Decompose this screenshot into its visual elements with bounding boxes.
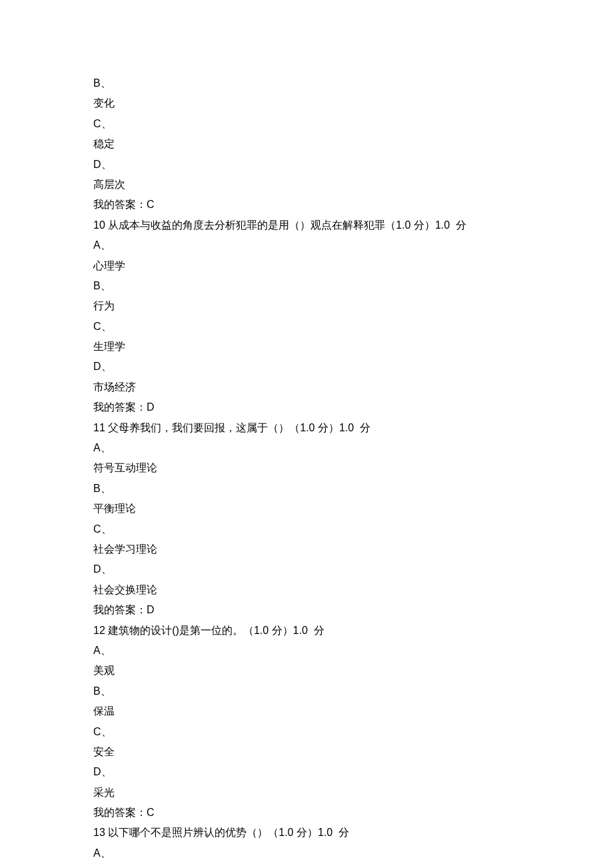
text-line: 市场经济 xyxy=(93,377,520,397)
text-segment: 分 xyxy=(338,827,349,838)
text-segment: 1.0 xyxy=(396,219,414,231)
text-segment: 12 xyxy=(93,625,108,636)
text-segment: C xyxy=(147,199,155,210)
text-line: 行为 xyxy=(93,296,520,316)
text-line: D、 xyxy=(93,155,520,175)
text-segment: 10 xyxy=(93,219,108,231)
text-line: 符号互动理论 xyxy=(93,458,520,478)
text-segment: 分 xyxy=(456,219,466,231)
text-segment: 分） xyxy=(414,219,435,231)
text-line: B、 xyxy=(93,479,520,499)
text-segment: 1.0 xyxy=(300,422,318,433)
text-line: 我的答案：D xyxy=(93,397,520,417)
text-line: 社会交换理论 xyxy=(93,580,520,600)
text-segment: 我的答案： xyxy=(93,807,147,818)
text-segment: 从成本与收益的角度去分析犯罪的是用（）观点在解释犯罪（ xyxy=(108,219,396,231)
text-line: D、 xyxy=(93,357,520,377)
text-line: 我的答案：C xyxy=(93,195,520,215)
text-line: 简单易行 xyxy=(93,863,520,868)
text-line: 保温 xyxy=(93,701,520,721)
text-line: A、 xyxy=(93,438,520,458)
text-segment: 1.0 xyxy=(254,625,272,636)
text-segment: D xyxy=(147,604,155,615)
text-line: 采光 xyxy=(93,783,520,803)
text-line: C、 xyxy=(93,519,520,539)
text-segment: 分） xyxy=(318,422,339,433)
text-segment: 我的答案： xyxy=(93,199,147,210)
text-segment: 1.0 xyxy=(339,422,360,433)
text-segment: 分 xyxy=(314,625,324,636)
text-line: B、 xyxy=(93,276,520,296)
text-line: A、 xyxy=(93,843,520,863)
text-line: 稳定 xyxy=(93,134,520,154)
text-segment: 是第一位的。（ xyxy=(179,625,254,636)
text-line: B、 xyxy=(93,73,520,93)
text-segment: 分） xyxy=(272,625,293,636)
text-segment: 1.0 xyxy=(435,219,456,231)
text-line: 我的答案：D xyxy=(93,600,520,620)
text-line: D、 xyxy=(93,559,520,579)
text-line: 安全 xyxy=(93,742,520,762)
text-line: D、 xyxy=(93,762,520,782)
text-line: 我的答案：C xyxy=(93,803,520,823)
text-segment: C xyxy=(147,807,155,818)
text-line: A、 xyxy=(93,641,520,661)
text-line: C、 xyxy=(93,114,520,134)
text-line: A、 xyxy=(93,235,520,255)
text-segment: 父母养我们，我们要回报，这属于（）（ xyxy=(108,422,300,433)
text-line: 高层次 xyxy=(93,175,520,195)
text-segment: 分） xyxy=(297,827,318,838)
text-segment: D xyxy=(147,401,155,413)
text-segment: 建筑物的设计 xyxy=(108,625,172,636)
text-line: 心理学 xyxy=(93,256,520,276)
text-line: C、 xyxy=(93,317,520,337)
text-segment: 我的答案： xyxy=(93,604,147,615)
text-line: 生理学 xyxy=(93,337,520,357)
text-line: 美观 xyxy=(93,661,520,681)
text-line: 12 建筑物的设计()是第一位的。（1.0 分）1.0 分 xyxy=(93,621,520,641)
text-segment: 我的答案： xyxy=(93,401,147,413)
text-line: 13 以下哪个不是照片辨认的优势（）（1.0 分）1.0 分 xyxy=(93,823,520,843)
text-line: B、 xyxy=(93,681,520,701)
text-line: 10 从成本与收益的角度去分析犯罪的是用（）观点在解释犯罪（1.0 分）1.0 … xyxy=(93,215,520,235)
text-line: C、 xyxy=(93,722,520,742)
text-line: 社会学习理论 xyxy=(93,539,520,559)
text-segment: 1.0 xyxy=(279,827,297,838)
text-line: 平衡理论 xyxy=(93,499,520,519)
document-page: B、变化C、稳定D、高层次我的答案：C10 从成本与收益的角度去分析犯罪的是用（… xyxy=(0,0,613,868)
text-segment: 以下哪个不是照片辨认的优势（）（ xyxy=(108,827,279,838)
text-segment: 分 xyxy=(360,422,370,433)
text-segment: 11 xyxy=(93,422,108,433)
text-line: 变化 xyxy=(93,93,520,113)
text-line: 11 父母养我们，我们要回报，这属于（）（1.0 分）1.0 分 xyxy=(93,418,520,438)
text-segment: 13 xyxy=(93,827,108,838)
text-segment: 1.0 xyxy=(293,625,314,636)
text-segment: 1.0 xyxy=(318,827,338,838)
text-segment: () xyxy=(172,625,179,636)
